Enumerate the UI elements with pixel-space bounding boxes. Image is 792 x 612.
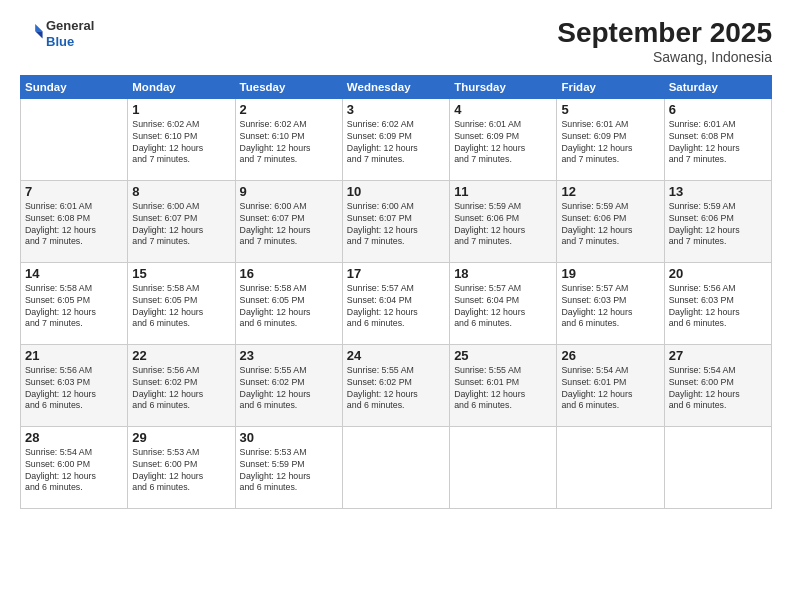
calendar-cell — [450, 426, 557, 508]
calendar-week-row: 14Sunrise: 5:58 AMSunset: 6:05 PMDayligh… — [21, 262, 772, 344]
day-info: Sunrise: 5:59 AMSunset: 6:06 PMDaylight:… — [669, 201, 767, 249]
day-info: Sunrise: 5:56 AMSunset: 6:03 PMDaylight:… — [669, 283, 767, 331]
page-header: General Blue September 2025 Sawang, Indo… — [20, 18, 772, 65]
day-number: 17 — [347, 266, 445, 281]
calendar-table: SundayMondayTuesdayWednesdayThursdayFrid… — [20, 75, 772, 509]
svg-marker-1 — [35, 31, 42, 38]
calendar-cell: 16Sunrise: 5:58 AMSunset: 6:05 PMDayligh… — [235, 262, 342, 344]
calendar-cell: 10Sunrise: 6:00 AMSunset: 6:07 PMDayligh… — [342, 180, 449, 262]
day-info: Sunrise: 5:54 AMSunset: 6:00 PMDaylight:… — [669, 365, 767, 413]
weekday-header-wednesday: Wednesday — [342, 75, 449, 98]
day-info: Sunrise: 5:54 AMSunset: 6:01 PMDaylight:… — [561, 365, 659, 413]
calendar-cell: 6Sunrise: 6:01 AMSunset: 6:08 PMDaylight… — [664, 98, 771, 180]
day-info: Sunrise: 6:02 AMSunset: 6:09 PMDaylight:… — [347, 119, 445, 167]
calendar-cell: 1Sunrise: 6:02 AMSunset: 6:10 PMDaylight… — [128, 98, 235, 180]
calendar-cell: 3Sunrise: 6:02 AMSunset: 6:09 PMDaylight… — [342, 98, 449, 180]
calendar-cell: 26Sunrise: 5:54 AMSunset: 6:01 PMDayligh… — [557, 344, 664, 426]
day-info: Sunrise: 6:01 AMSunset: 6:08 PMDaylight:… — [669, 119, 767, 167]
day-info: Sunrise: 6:01 AMSunset: 6:08 PMDaylight:… — [25, 201, 123, 249]
weekday-header-monday: Monday — [128, 75, 235, 98]
weekday-header-row: SundayMondayTuesdayWednesdayThursdayFrid… — [21, 75, 772, 98]
calendar-cell: 22Sunrise: 5:56 AMSunset: 6:02 PMDayligh… — [128, 344, 235, 426]
calendar-week-row: 1Sunrise: 6:02 AMSunset: 6:10 PMDaylight… — [21, 98, 772, 180]
day-number: 3 — [347, 102, 445, 117]
day-number: 5 — [561, 102, 659, 117]
day-info: Sunrise: 5:55 AMSunset: 6:01 PMDaylight:… — [454, 365, 552, 413]
day-number: 10 — [347, 184, 445, 199]
day-info: Sunrise: 5:55 AMSunset: 6:02 PMDaylight:… — [347, 365, 445, 413]
day-info: Sunrise: 6:00 AMSunset: 6:07 PMDaylight:… — [347, 201, 445, 249]
location: Sawang, Indonesia — [557, 49, 772, 65]
day-number: 24 — [347, 348, 445, 363]
day-number: 14 — [25, 266, 123, 281]
calendar-cell: 19Sunrise: 5:57 AMSunset: 6:03 PMDayligh… — [557, 262, 664, 344]
day-number: 20 — [669, 266, 767, 281]
calendar-cell: 5Sunrise: 6:01 AMSunset: 6:09 PMDaylight… — [557, 98, 664, 180]
day-number: 12 — [561, 184, 659, 199]
day-number: 1 — [132, 102, 230, 117]
day-number: 13 — [669, 184, 767, 199]
day-number: 27 — [669, 348, 767, 363]
day-info: Sunrise: 6:00 AMSunset: 6:07 PMDaylight:… — [132, 201, 230, 249]
title-block: September 2025 Sawang, Indonesia — [557, 18, 772, 65]
day-number: 25 — [454, 348, 552, 363]
day-info: Sunrise: 5:58 AMSunset: 6:05 PMDaylight:… — [132, 283, 230, 331]
day-info: Sunrise: 6:01 AMSunset: 6:09 PMDaylight:… — [561, 119, 659, 167]
calendar-cell: 29Sunrise: 5:53 AMSunset: 6:00 PMDayligh… — [128, 426, 235, 508]
calendar-page: General Blue September 2025 Sawang, Indo… — [0, 0, 792, 612]
day-info: Sunrise: 5:53 AMSunset: 6:00 PMDaylight:… — [132, 447, 230, 495]
calendar-cell: 2Sunrise: 6:02 AMSunset: 6:10 PMDaylight… — [235, 98, 342, 180]
calendar-cell: 13Sunrise: 5:59 AMSunset: 6:06 PMDayligh… — [664, 180, 771, 262]
day-number: 9 — [240, 184, 338, 199]
day-number: 6 — [669, 102, 767, 117]
calendar-week-row: 28Sunrise: 5:54 AMSunset: 6:00 PMDayligh… — [21, 426, 772, 508]
day-number: 4 — [454, 102, 552, 117]
calendar-cell: 21Sunrise: 5:56 AMSunset: 6:03 PMDayligh… — [21, 344, 128, 426]
day-info: Sunrise: 5:59 AMSunset: 6:06 PMDaylight:… — [454, 201, 552, 249]
calendar-cell — [21, 98, 128, 180]
calendar-cell: 12Sunrise: 5:59 AMSunset: 6:06 PMDayligh… — [557, 180, 664, 262]
day-info: Sunrise: 5:55 AMSunset: 6:02 PMDaylight:… — [240, 365, 338, 413]
calendar-cell: 15Sunrise: 5:58 AMSunset: 6:05 PMDayligh… — [128, 262, 235, 344]
day-info: Sunrise: 5:57 AMSunset: 6:04 PMDaylight:… — [347, 283, 445, 331]
day-number: 7 — [25, 184, 123, 199]
day-number: 2 — [240, 102, 338, 117]
calendar-cell: 9Sunrise: 6:00 AMSunset: 6:07 PMDaylight… — [235, 180, 342, 262]
calendar-cell: 4Sunrise: 6:01 AMSunset: 6:09 PMDaylight… — [450, 98, 557, 180]
day-info: Sunrise: 6:01 AMSunset: 6:09 PMDaylight:… — [454, 119, 552, 167]
calendar-cell: 25Sunrise: 5:55 AMSunset: 6:01 PMDayligh… — [450, 344, 557, 426]
calendar-cell: 8Sunrise: 6:00 AMSunset: 6:07 PMDaylight… — [128, 180, 235, 262]
day-info: Sunrise: 6:02 AMSunset: 6:10 PMDaylight:… — [132, 119, 230, 167]
weekday-header-thursday: Thursday — [450, 75, 557, 98]
day-number: 18 — [454, 266, 552, 281]
calendar-cell: 27Sunrise: 5:54 AMSunset: 6:00 PMDayligh… — [664, 344, 771, 426]
calendar-cell: 23Sunrise: 5:55 AMSunset: 6:02 PMDayligh… — [235, 344, 342, 426]
day-info: Sunrise: 5:56 AMSunset: 6:03 PMDaylight:… — [25, 365, 123, 413]
calendar-cell: 30Sunrise: 5:53 AMSunset: 5:59 PMDayligh… — [235, 426, 342, 508]
month-title: September 2025 — [557, 18, 772, 49]
day-info: Sunrise: 6:00 AMSunset: 6:07 PMDaylight:… — [240, 201, 338, 249]
day-info: Sunrise: 5:54 AMSunset: 6:00 PMDaylight:… — [25, 447, 123, 495]
day-info: Sunrise: 5:58 AMSunset: 6:05 PMDaylight:… — [240, 283, 338, 331]
day-info: Sunrise: 6:02 AMSunset: 6:10 PMDaylight:… — [240, 119, 338, 167]
day-number: 16 — [240, 266, 338, 281]
day-number: 29 — [132, 430, 230, 445]
weekday-header-saturday: Saturday — [664, 75, 771, 98]
calendar-cell: 20Sunrise: 5:56 AMSunset: 6:03 PMDayligh… — [664, 262, 771, 344]
day-number: 26 — [561, 348, 659, 363]
calendar-cell: 28Sunrise: 5:54 AMSunset: 6:00 PMDayligh… — [21, 426, 128, 508]
day-number: 8 — [132, 184, 230, 199]
calendar-cell: 14Sunrise: 5:58 AMSunset: 6:05 PMDayligh… — [21, 262, 128, 344]
calendar-week-row: 7Sunrise: 6:01 AMSunset: 6:08 PMDaylight… — [21, 180, 772, 262]
calendar-cell — [342, 426, 449, 508]
calendar-week-row: 21Sunrise: 5:56 AMSunset: 6:03 PMDayligh… — [21, 344, 772, 426]
day-number: 11 — [454, 184, 552, 199]
logo-text: General Blue — [46, 18, 94, 49]
weekday-header-sunday: Sunday — [21, 75, 128, 98]
calendar-cell: 18Sunrise: 5:57 AMSunset: 6:04 PMDayligh… — [450, 262, 557, 344]
day-number: 30 — [240, 430, 338, 445]
day-number: 22 — [132, 348, 230, 363]
logo: General Blue — [20, 18, 94, 49]
calendar-cell — [664, 426, 771, 508]
day-number: 21 — [25, 348, 123, 363]
